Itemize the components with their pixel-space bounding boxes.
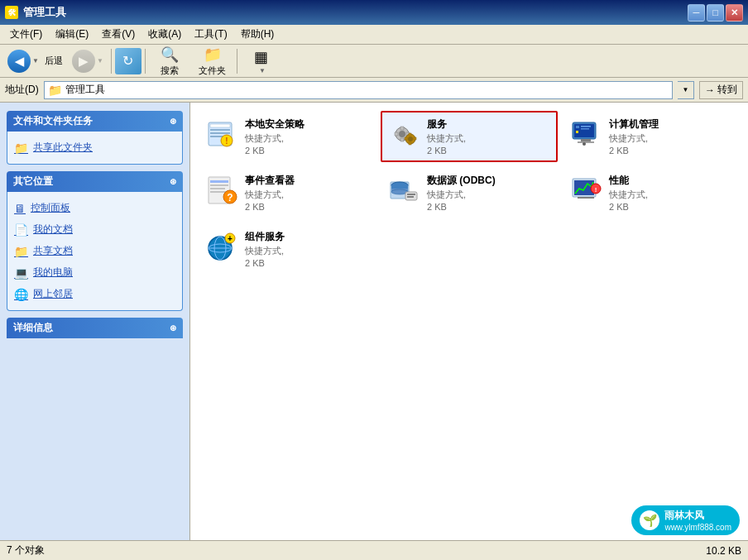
file-item-event-viewer[interactable]: ? 事件查看器 快捷方式, 2 KB (199, 167, 376, 218)
menu-view[interactable]: 查看(V) (95, 26, 141, 43)
forward-button[interactable]: ▶ ▼ (68, 46, 108, 76)
goto-button[interactable]: → 转到 (699, 81, 743, 99)
separator-2 (145, 49, 146, 74)
file-item-computer-mgmt[interactable]: 计算机管理 快捷方式, 2 KB (563, 111, 740, 162)
services-meta2: 2 KB (427, 146, 551, 156)
filetasks-links: 📁 共享此文件夹 (14, 138, 175, 157)
refresh-icon: ↻ (122, 53, 133, 69)
services-meta1: 快捷方式, (427, 132, 551, 145)
event-viewer-icon: ? (205, 174, 238, 207)
event-viewer-meta1: 快捷方式, (245, 189, 369, 201)
address-bar: 地址(D) 📁 ▼ → 转到 (0, 78, 748, 103)
menu-favorites[interactable]: 收藏(A) (141, 26, 188, 43)
search-button[interactable]: 🔍 搜索 (149, 46, 190, 76)
status-count: 7 个对象 (7, 543, 45, 558)
watermark: 🌱 雨林木风 www.ylmf888.com (631, 505, 740, 535)
menu-edit[interactable]: 编辑(E) (49, 26, 95, 43)
computer-mgmt-meta1: 快捷方式, (609, 132, 733, 145)
svg-rect-1 (210, 124, 230, 127)
link-share-folder[interactable]: 📁 共享此文件夹 (14, 138, 175, 157)
svg-rect-22 (578, 141, 594, 143)
link-my-documents[interactable]: 📄 我的文档 (14, 220, 175, 239)
menu-tools[interactable]: 工具(T) (188, 26, 233, 43)
address-dropdown[interactable]: ▼ (678, 81, 694, 99)
component-services-info: 组件服务 快捷方式, 2 KB (245, 230, 369, 268)
link-network-label: 网上邻居 (33, 287, 73, 301)
services-icon (387, 117, 420, 151)
address-input-wrapper: 📁 (44, 81, 673, 99)
panel-collapse-icon-filetasks: ⊛ (170, 117, 176, 126)
my-computer-icon: 💻 (14, 266, 28, 280)
right-content: ! 本地安全策略 快捷方式, 2 KB (190, 103, 748, 540)
panel-header-filetasks[interactable]: 文件和文件夹任务 ⊛ (7, 111, 183, 132)
component-services-icon: + (205, 230, 238, 263)
link-network[interactable]: 🌐 网上邻居 (14, 285, 175, 304)
security-meta1: 快捷方式, (245, 132, 369, 145)
svg-rect-32 (210, 191, 227, 193)
panel-title-locations: 其它位置 (13, 175, 53, 189)
link-control-panel[interactable]: 🖥 控制面板 (14, 199, 175, 218)
watermark-line2: www.ylmf888.com (664, 523, 731, 532)
computer-mgmt-info: 计算机管理 快捷方式, 2 KB (609, 117, 733, 156)
view-button[interactable]: ▦ ▼ (241, 46, 282, 76)
link-my-computer-label: 我的电脑 (33, 266, 73, 280)
file-item-security[interactable]: ! 本地安全策略 快捷方式, 2 KB (199, 111, 376, 162)
component-services-meta2: 2 KB (245, 258, 369, 268)
goto-arrow-icon: → (705, 84, 715, 96)
goto-label: 转到 (717, 83, 737, 97)
link-shared-docs-label: 共享文档 (33, 244, 73, 258)
performance-info: 性能 快捷方式, 2 KB (609, 174, 733, 212)
back-forward-group: ◀ ▼ 后退 (3, 46, 63, 76)
svg-rect-41 (407, 194, 415, 195)
maximize-button[interactable]: □ (707, 4, 724, 22)
separator-3 (237, 49, 237, 74)
svg-rect-15 (409, 133, 411, 136)
menu-help[interactable]: 帮助(H) (234, 26, 281, 43)
file-item-component-services[interactable]: + 组件服务 快捷方式, 2 KB (199, 223, 376, 275)
panel-section-details: 详细信息 ⊛ (7, 318, 183, 338)
svg-rect-9 (400, 127, 404, 130)
link-shared-docs[interactable]: 📁 共享文档 (14, 242, 175, 261)
address-input[interactable] (65, 84, 669, 96)
file-item-performance[interactable]: ! 性能 快捷方式, 2 KB (563, 167, 740, 218)
datasource-icon (387, 174, 420, 207)
performance-icon: ! (569, 174, 602, 207)
svg-rect-31 (210, 188, 225, 189)
panel-title-details: 详细信息 (13, 321, 53, 335)
forward-arrow-icon: ▶ (72, 50, 95, 73)
svg-rect-24 (576, 126, 579, 128)
close-button[interactable]: ✕ (726, 4, 743, 22)
menu-file[interactable]: 文件(F) (3, 26, 49, 43)
view-icon: ▦ (254, 48, 268, 66)
watermark-text: 雨林木风 www.ylmf888.com (664, 509, 731, 532)
datasource-meta2: 2 KB (427, 202, 551, 212)
search-icon: 🔍 (161, 45, 179, 64)
svg-rect-10 (400, 138, 404, 141)
svg-rect-3 (210, 132, 230, 134)
component-services-name: 组件服务 (245, 230, 369, 244)
panel-body-locations: 🖥 控制面板 📄 我的文档 📁 共享文档 💻 我的电脑 (7, 192, 183, 311)
shared-docs-icon: 📁 (14, 245, 28, 258)
performance-meta1: 快捷方式, (609, 189, 733, 201)
services-name: 服务 (427, 117, 551, 132)
panel-header-details[interactable]: 详细信息 ⊛ (7, 318, 183, 338)
file-item-datasource[interactable]: 数据源 (ODBC) 快捷方式, 2 KB (381, 167, 558, 218)
refresh-button[interactable]: ↻ (115, 48, 141, 74)
panel-header-locations[interactable]: 其它位置 ⊛ (7, 171, 183, 192)
svg-point-14 (408, 136, 413, 141)
svg-text:!: ! (225, 136, 228, 146)
link-my-computer[interactable]: 💻 我的电脑 (14, 263, 175, 282)
file-item-services[interactable]: 服务 快捷方式, 2 KB (381, 111, 558, 162)
minimize-button[interactable]: ─ (688, 4, 705, 22)
watermark-icon: 🌱 (640, 510, 659, 530)
svg-rect-37 (391, 185, 408, 189)
folder-button[interactable]: 📁 文件夹 (192, 46, 233, 76)
window-title: 管理工具 (23, 5, 688, 20)
datasource-info: 数据源 (ODBC) 快捷方式, 2 KB (427, 174, 551, 212)
back-button[interactable]: ◀ ▼ (3, 46, 43, 76)
svg-rect-25 (581, 126, 591, 127)
component-services-meta1: 快捷方式, (245, 245, 369, 257)
my-documents-icon: 📄 (14, 223, 28, 237)
event-viewer-info: 事件查看器 快捷方式, 2 KB (245, 174, 369, 212)
svg-rect-2 (210, 129, 230, 131)
